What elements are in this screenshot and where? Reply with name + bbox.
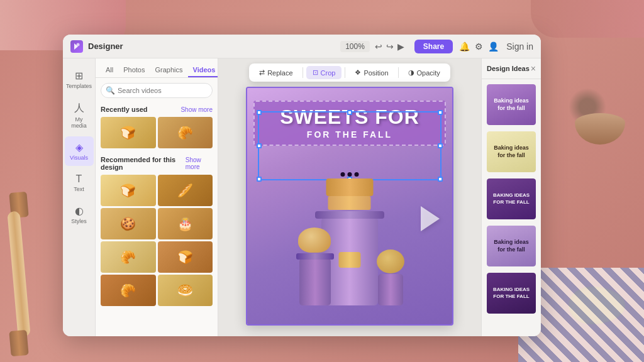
undo-icon[interactable]: ↩: [375, 41, 382, 52]
sidebar-label-my-media: My media: [67, 116, 91, 129]
toolbar-icons: ↩ ↪ ▶: [375, 41, 404, 52]
rec-thumb-1-icon: 🍞: [101, 175, 156, 206]
design-idea-card-2[interactable]: Baking ideas for the fall: [486, 130, 537, 173]
idea-5-line1: BAKING IDEAS FOR THE FALL: [491, 287, 532, 300]
opacity-button[interactable]: ◑ Opacity: [402, 66, 447, 79]
replace-icon: ⇄: [259, 69, 265, 77]
sidebar-label-text: Text: [74, 186, 84, 192]
text-icon: T: [76, 173, 82, 185]
canvas-arrow: [421, 206, 440, 231]
tab-videos[interactable]: Videos: [188, 63, 218, 77]
svg-point-0: [77, 43, 80, 46]
canvas-title-main: SWEETS FOR: [262, 107, 437, 127]
handle-tl[interactable]: [257, 110, 262, 115]
position-label: Position: [364, 69, 388, 77]
recent-thumb-2[interactable]: 🥐: [158, 117, 213, 148]
sidebar-icons: ⊞ Templates 人 My media ◈ Visuals T Text …: [63, 58, 96, 336]
handle-tr[interactable]: [438, 110, 443, 115]
sidebar-item-styles[interactable]: ◐ Styles: [65, 200, 94, 229]
search-input[interactable]: [101, 83, 213, 98]
berry-2: [348, 172, 352, 177]
design-ideas-panel: Design Ideas × Baking ideas for the fall: [481, 58, 541, 336]
design-idea-card-3[interactable]: BAKING IDEAS FOR THE FALL: [486, 177, 537, 221]
sidebar-item-visuals[interactable]: ◈ Visuals: [65, 136, 94, 166]
notifications-icon[interactable]: 🔔: [459, 41, 470, 52]
media-panel: All Photos Graphics Videos 🔍 Recently us…: [96, 58, 218, 336]
design-ideas-header: Design Ideas ×: [482, 58, 541, 79]
tab-photos[interactable]: Photos: [118, 63, 150, 77]
tab-all[interactable]: All: [101, 63, 118, 77]
design-canvas[interactable]: SWEETS FOR FOR THE FALL: [246, 87, 453, 326]
share-button[interactable]: Share: [414, 40, 453, 53]
thumb-2-icon: 🥐: [158, 117, 213, 148]
bg-rolling-pin-handle-bottom: [9, 330, 28, 356]
canvas-toolbar: ⇄ Replace ⊡ Crop ❖ Position ◑ Opacity: [249, 63, 450, 82]
show-more-recent[interactable]: Show more: [180, 106, 213, 113]
rec-thumb-4[interactable]: 🎂: [158, 208, 213, 239]
design-ideas-title: Design Ideas: [487, 65, 530, 72]
canvas-title-sub: FOR THE FALL: [262, 129, 437, 140]
berry-1: [341, 172, 345, 177]
sidebar-item-text[interactable]: T Text: [65, 168, 94, 197]
rec-thumb-5-icon: 🥐: [101, 241, 156, 273]
media-search: 🔍: [101, 83, 213, 98]
crop-label: Crop: [321, 69, 336, 77]
app-title: Designer: [88, 41, 340, 51]
rec-thumb-7-icon: 🥐: [101, 275, 156, 306]
idea-1-line2: for the fall: [494, 105, 529, 112]
recently-used-label: Recently used: [101, 106, 148, 113]
sidebar-item-my-media[interactable]: 人 My media: [65, 97, 94, 134]
redo-icon[interactable]: ↪: [386, 41, 394, 52]
bg-decor-top-right: [531, 0, 644, 38]
sidebar-label-styles: Styles: [71, 218, 87, 224]
toolbar-sep-1: [303, 67, 303, 78]
settings-icon[interactable]: ⚙: [475, 41, 483, 52]
sidebar-label-visuals: Visuals: [70, 155, 88, 161]
small-pedestal-left: [299, 258, 331, 305]
my-media-icon: 人: [74, 102, 84, 115]
rec-thumb-5[interactable]: 🥐: [101, 241, 156, 273]
cake-layer-top: [326, 178, 374, 196]
rec-thumb-6-icon: 🍞: [158, 241, 213, 273]
canvas-area: ⇄ Replace ⊡ Crop ❖ Position ◑ Opacity: [218, 58, 481, 336]
recommended-grid: 🍞 🥖 🍪 🎂 🥐 🍞 🥐: [96, 175, 218, 306]
rec-thumb-6[interactable]: 🍞: [158, 241, 213, 273]
account-icon[interactable]: 👤: [488, 41, 499, 52]
tab-graphics[interactable]: Graphics: [150, 63, 187, 77]
crop-icon: ⊡: [313, 69, 318, 77]
canvas-title-box[interactable]: SWEETS FOR FOR THE FALL: [253, 101, 446, 146]
design-idea-card-4[interactable]: Baking ideas for the fall: [486, 224, 537, 268]
cake: [326, 172, 374, 210]
toolbar-sep-3: [398, 67, 399, 78]
idea-2-line1: Baking ideas: [494, 145, 529, 152]
rec-thumb-2[interactable]: 🥖: [158, 175, 213, 206]
position-button[interactable]: ❖ Position: [348, 66, 394, 79]
title-bar: Designer 100% ↩ ↪ ▶ Share 🔔 ⚙ 👤 Sign in: [63, 35, 541, 58]
recent-thumb-1[interactable]: 🍞: [101, 117, 156, 148]
rec-thumb-7[interactable]: 🥐: [101, 275, 156, 306]
toolbar-sep-2: [345, 67, 345, 78]
replace-button[interactable]: ⇄ Replace: [253, 66, 299, 79]
design-idea-card-5[interactable]: BAKING IDEAS FOR THE FALL: [486, 272, 537, 315]
crop-button[interactable]: ⊡ Crop: [306, 66, 342, 79]
canvas-pedestal-scene: [293, 180, 406, 305]
rec-thumb-1[interactable]: 🍞: [101, 175, 156, 206]
recommended-label: Recommended for this design: [101, 156, 186, 171]
rec-thumb-3-icon: 🍪: [101, 208, 156, 239]
play-icon[interactable]: ▶: [397, 41, 404, 52]
rec-thumb-8[interactable]: 🥯: [158, 275, 213, 306]
position-icon: ❖: [355, 69, 361, 77]
app-logo: [70, 40, 83, 53]
design-idea-card-1[interactable]: Baking ideas for the fall: [486, 83, 537, 126]
bg-rolling-pin: [7, 211, 30, 337]
design-ideas-close-button[interactable]: ×: [531, 63, 536, 74]
rec-thumb-2-icon: 🥖: [158, 175, 213, 206]
rec-thumb-3[interactable]: 🍪: [101, 208, 156, 239]
show-more-recommended[interactable]: Show more: [186, 156, 213, 170]
sign-in-link[interactable]: Sign in: [506, 41, 533, 52]
sidebar-item-templates[interactable]: ⊞ Templates: [65, 65, 94, 94]
zoom-level[interactable]: 100%: [340, 41, 370, 52]
cake-layer-bottom: [328, 196, 371, 210]
small-pie: [339, 252, 361, 268]
idea-1-line1: Baking ideas: [494, 97, 529, 105]
